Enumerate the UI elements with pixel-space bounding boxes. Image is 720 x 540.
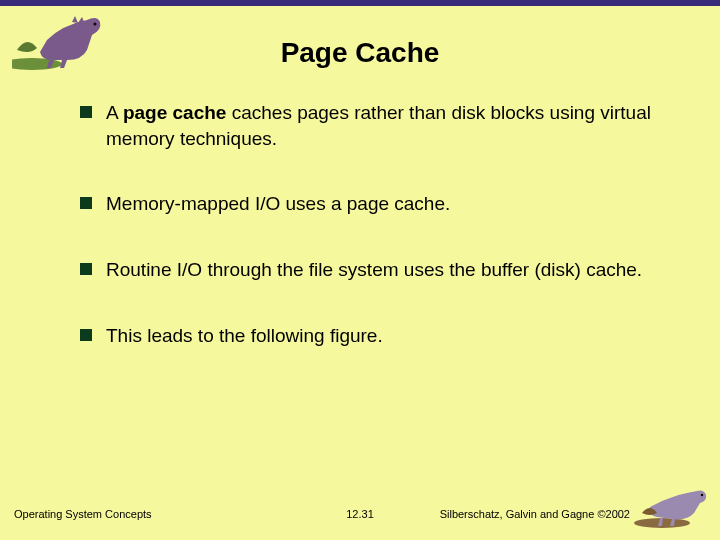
svg-point-1 [94,23,97,26]
bullet-text: A page cache caches pages rather than di… [106,100,660,151]
svg-point-3 [701,494,703,496]
bullet-list: A page cache caches pages rather than di… [80,100,660,388]
footer: Operating System Concepts 12.31 Silbersc… [0,508,720,528]
bullet-text: Routine I/O through the file system uses… [106,257,642,283]
page-title: Page Cache [0,37,720,69]
bullet-text: Memory-mapped I/O uses a page cache. [106,191,450,217]
bullet-text: This leads to the following figure. [106,323,383,349]
footer-page-number: 12.31 [346,508,374,520]
slide: Page Cache A page cache caches pages rat… [0,0,720,540]
footer-left-text: Operating System Concepts [14,508,152,520]
bullet-icon [80,329,92,341]
bullet-icon [80,197,92,209]
list-item: Memory-mapped I/O uses a page cache. [80,191,660,217]
bullet-icon [80,263,92,275]
top-accent-bar [0,0,720,6]
list-item: Routine I/O through the file system uses… [80,257,660,283]
list-item: This leads to the following figure. [80,323,660,349]
bullet-icon [80,106,92,118]
list-item: A page cache caches pages rather than di… [80,100,660,151]
footer-copyright: Silberschatz, Galvin and Gagne ©2002 [440,508,630,520]
